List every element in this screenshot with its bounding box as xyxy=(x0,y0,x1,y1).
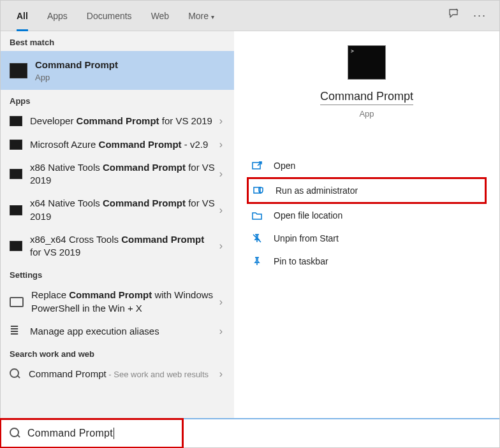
preview-app-type: App xyxy=(247,109,487,119)
feedback-icon[interactable] xyxy=(448,8,460,24)
action-run-admin[interactable]: Run as administrator xyxy=(247,177,487,204)
alias-setting-icon xyxy=(10,326,22,336)
tab-all[interactable]: All xyxy=(7,1,38,31)
action-pin-taskbar[interactable]: Pin to taskbar xyxy=(247,250,487,273)
cmd-icon xyxy=(10,140,22,150)
svg-rect-0 xyxy=(253,163,260,169)
chevron-right-icon[interactable]: › xyxy=(217,205,225,216)
cmd-icon xyxy=(10,169,22,179)
app-result[interactable]: Microsoft Azure Command Prompt - v2.9 › xyxy=(1,133,234,156)
best-match-result[interactable]: Command Prompt App xyxy=(1,51,234,90)
app-result[interactable]: x64 Native Tools Command Prompt for VS 2… xyxy=(1,192,234,228)
section-best-match: Best match xyxy=(1,31,234,51)
action-unpin-start[interactable]: Unpin from Start xyxy=(247,227,487,250)
cmd-icon xyxy=(10,241,22,251)
cmd-icon xyxy=(10,205,22,215)
search-filter-tabs: All Apps Documents Web More▾ ··· xyxy=(1,1,499,31)
action-open-location[interactable]: Open file location xyxy=(247,204,487,227)
settings-result[interactable]: Manage app execution aliases › xyxy=(1,320,234,343)
app-result[interactable]: x86 Native Tools Command Prompt for VS 2… xyxy=(1,156,234,192)
best-match-sub: App xyxy=(35,73,225,82)
pin-icon xyxy=(251,255,263,268)
unpin-icon xyxy=(251,232,263,245)
preview-panel: Command Prompt App Open Run as administr… xyxy=(234,31,499,418)
search-query-text: Command Prompt xyxy=(27,428,114,439)
tab-more[interactable]: More▾ xyxy=(179,1,224,31)
cmd-icon xyxy=(10,116,22,126)
chevron-right-icon[interactable]: › xyxy=(217,168,225,180)
preview-app-name[interactable]: Command Prompt xyxy=(320,90,413,105)
tab-documents[interactable]: Documents xyxy=(77,1,142,31)
open-icon xyxy=(251,159,263,172)
tab-web[interactable]: Web xyxy=(142,1,179,31)
section-work-web: Search work and web xyxy=(1,343,234,363)
chevron-right-icon[interactable]: › xyxy=(217,139,225,150)
chevron-right-icon[interactable]: › xyxy=(217,368,225,380)
section-settings: Settings xyxy=(1,264,234,284)
folder-icon xyxy=(251,209,263,222)
chevron-right-icon[interactable]: › xyxy=(217,326,225,337)
settings-result[interactable]: Replace Command Prompt with Windows Powe… xyxy=(1,284,234,320)
powershell-setting-icon xyxy=(10,297,24,307)
action-list: Open Run as administrator Open file loca… xyxy=(247,154,487,273)
results-panel: Best match Command Prompt App Apps Devel… xyxy=(1,31,234,418)
chevron-right-icon[interactable]: › xyxy=(217,240,225,252)
work-web-result[interactable]: Command Prompt - See work and web result… xyxy=(1,363,234,386)
app-result[interactable]: Developer Command Prompt for VS 2019 › xyxy=(1,110,234,133)
action-open[interactable]: Open xyxy=(247,154,487,177)
cmd-icon xyxy=(10,63,27,78)
shield-icon xyxy=(253,184,265,197)
tab-apps[interactable]: Apps xyxy=(38,1,77,31)
search-input[interactable]: Command Prompt xyxy=(1,418,499,447)
more-options-icon[interactable]: ··· xyxy=(473,9,487,22)
best-match-title: Command Prompt xyxy=(35,59,225,71)
app-result[interactable]: x86_x64 Cross Tools Command Prompt for V… xyxy=(1,228,234,264)
section-apps: Apps xyxy=(1,90,234,110)
search-icon xyxy=(10,368,21,380)
chevron-right-icon[interactable]: › xyxy=(217,296,225,308)
app-tile-icon xyxy=(348,45,386,80)
search-icon xyxy=(10,428,21,439)
chevron-right-icon[interactable]: › xyxy=(217,115,225,127)
